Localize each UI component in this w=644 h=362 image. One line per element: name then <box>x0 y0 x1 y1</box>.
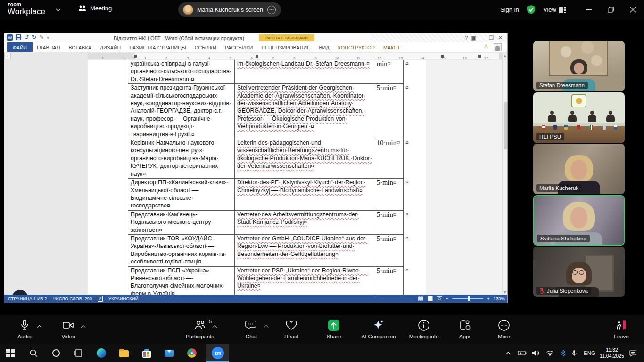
restore-window-icon[interactable] <box>608 7 614 13</box>
cell-ukrainian[interactable]: Заступник·​президента·​Грузинської·​акад… <box>128 84 235 139</box>
security-shield-icon[interactable] <box>526 5 536 15</box>
indent-marker[interactable] <box>134 55 137 58</box>
zoom-slider[interactable] <box>452 298 483 299</box>
apps-button[interactable]: Apps <box>445 318 486 339</box>
cell-duration[interactable]: 5·​min¤ <box>374 235 404 267</box>
web-layout-icon[interactable] <box>437 296 442 301</box>
cell-ukrainian[interactable]: Директор·​ПП·​«Калинівський·​ключ»·​Хмел… <box>128 179 235 211</box>
cell-duration[interactable]: 5·​min¤ <box>374 211 404 235</box>
cell-ukrainian[interactable]: Представник·​Кам’янець-Подільського·​міс… <box>128 211 235 235</box>
audio-button[interactable]: Audio <box>4 318 45 339</box>
column-marker[interactable] <box>478 55 481 58</box>
participant-tile-julia[interactable]: Julia Slepenkova <box>533 247 625 297</box>
leave-button[interactable]: Leave <box>601 318 642 339</box>
cell-duration[interactable]: min¤ <box>374 60 404 84</box>
cell-duration[interactable]: 10·​min¤ <box>374 139 404 179</box>
participants-button[interactable]: 5 Participants <box>180 318 220 339</box>
action-center-icon[interactable] <box>629 344 637 362</box>
ribbon-tab[interactable]: РАССЫЛКИ <box>221 42 257 52</box>
cell-ukrainian[interactable]: Представник·​ПСП·​«Україна»·​Рівненської… <box>128 267 235 296</box>
participant-tile-mariia[interactable]: Mariia Kucheruk <box>533 144 625 194</box>
minimize-window-icon[interactable] <box>586 9 592 10</box>
zoom-percent[interactable]: 130% <box>494 296 505 301</box>
ribbon-tab[interactable]: ВСТАВКА <box>65 42 96 52</box>
cell-german[interactable]: im·​ökologischen·​Landbau·​Dr.·​Stefan·​… <box>235 60 374 84</box>
chevron-down-icon[interactable] <box>56 8 61 12</box>
scroll-down-arrow[interactable] <box>504 291 506 294</box>
column-marker[interactable] <box>441 55 444 58</box>
file-explorer-icon[interactable] <box>118 347 130 359</box>
document-canvas[interactable]: українська·​співпраці·​в·​галузі·​органі… <box>4 60 508 296</box>
cell-german[interactable]: Leiterin·​des·​pädagogischen·​und·​wisse… <box>235 139 374 179</box>
word-restore-icon[interactable]: ❐ <box>489 35 494 41</box>
video-button[interactable]: Video <box>48 318 89 339</box>
cell-duration[interactable]: 5·​min¤ <box>374 84 404 139</box>
column-marker[interactable] <box>256 55 258 58</box>
activation-warning-icon[interactable]: ⚠ <box>484 43 488 49</box>
scrollbar-thumb[interactable] <box>504 102 507 149</box>
wifi-icon[interactable] <box>546 344 554 362</box>
ribbon-tab[interactable]: ССЫЛКИ <box>190 42 221 52</box>
ai-companion-button[interactable]: AI Companion <box>358 318 399 339</box>
clock[interactable]: 11:3211.04.2025 <box>600 344 624 362</box>
edge-icon[interactable] <box>96 347 107 359</box>
table-row[interactable]: Заступник·​президента·​Грузинської·​акад… <box>128 84 420 139</box>
table-row[interactable]: Представник·​ТОВ·​«КОУДАЙС·​Україна»·​Ль… <box>128 235 420 267</box>
cell-duration[interactable]: 5·​min¤ <box>374 267 404 296</box>
proofing-status-icon[interactable]: ✗ <box>98 296 103 302</box>
participant-tile-stefan[interactable]: Stefan Dreesmann <box>533 41 625 91</box>
scroll-up-arrow[interactable] <box>504 55 506 57</box>
cortana-icon[interactable] <box>50 347 62 359</box>
table-row[interactable]: українська·​співпраці·​в·​галузі·​органі… <box>128 60 420 84</box>
word-help-icon[interactable]: ? <box>465 35 468 41</box>
cell-ukrainian[interactable]: Керівник·​Навчально-наукового·​консульта… <box>128 139 235 179</box>
table-row[interactable]: Директор·​ПП·​«Калинівський·​ключ»·​Хмел… <box>128 179 420 211</box>
search-icon[interactable] <box>28 347 39 359</box>
video-options-caret[interactable] <box>81 325 86 330</box>
print-layout-icon[interactable] <box>428 296 433 301</box>
table-row[interactable]: Представник·​ПСП·​«Україна»·​Рівненської… <box>128 267 420 296</box>
tab-selector-box[interactable]: ⌐ <box>4 53 11 59</box>
ribbon-tab[interactable]: РЕЦЕНЗИРОВАНИЕ <box>257 42 315 52</box>
table-row[interactable]: Представник·​Кам’янець-Подільського·​міс… <box>128 211 420 235</box>
task-view-icon[interactable] <box>73 347 84 359</box>
more-button[interactable]: More <box>484 318 524 339</box>
page-indicator[interactable]: СТРАНИЦА 1 ИЗ 2 <box>8 296 47 301</box>
undo-icon[interactable]: ↺ <box>24 34 29 41</box>
ribbon-tab[interactable]: ДИЗАЙН <box>96 42 125 52</box>
view-layout-icon[interactable] <box>559 7 566 13</box>
close-window-icon[interactable] <box>630 7 636 13</box>
zoom-app-taskbar-active[interactable]: zm <box>206 344 229 362</box>
start-button[interactable] <box>5 347 16 359</box>
react-button[interactable]: React <box>271 318 312 339</box>
ribbon-tab[interactable]: РАЗМЕТКА СТРАНИЦЫ <box>125 42 190 52</box>
contextual-ribbon-tab[interactable]: МАКЕТ <box>379 42 405 52</box>
chat-button[interactable]: Chat <box>231 318 272 339</box>
ribbon-tab[interactable]: ВИД <box>314 42 333 52</box>
volume-icon[interactable] <box>532 344 540 362</box>
save-icon[interactable] <box>16 34 21 40</box>
qat-caret-icon[interactable]: ▾ <box>47 35 49 40</box>
zoom-slider-thumb[interactable] <box>468 296 470 301</box>
cell-german[interactable]: Vertreter·​des·​Arbeitsvermittlungszentr… <box>235 211 374 235</box>
redo-icon[interactable]: ↻ <box>32 34 36 41</box>
horizontal-ruler[interactable]: 21123456789101112131415161718 <box>88 53 505 59</box>
meeting-info-button[interactable]: Meeting info <box>404 318 444 339</box>
ribbon-tab[interactable]: ГЛАВНАЯ <box>33 42 65 52</box>
touch-mode-icon[interactable]: ✎ <box>39 34 44 41</box>
shared-screen-pill[interactable]: Mariia Kucheruk's screen <box>178 2 281 17</box>
cell-german[interactable]: Stellvertretender·​Präsident·​der·​Georg… <box>235 84 374 139</box>
word-minimize-icon[interactable]: ─ <box>481 35 485 41</box>
tray-expand-chevron[interactable] <box>505 344 511 362</box>
participants-options-caret[interactable] <box>213 325 217 330</box>
cell-duration[interactable]: 5·​min¤ <box>374 179 404 211</box>
keyboard-language[interactable]: ENG <box>584 344 595 362</box>
tab-meeting[interactable]: Meeting <box>78 5 112 12</box>
chrome-icon[interactable] <box>186 347 198 359</box>
tray-mic-icon[interactable] <box>571 344 577 362</box>
sign-in-button[interactable]: Sign in <box>500 6 519 13</box>
read-mode-icon[interactable] <box>418 296 424 301</box>
participant-tile-svitlana-active-speaker[interactable]: Svitlana Shchokina <box>533 195 625 246</box>
cell-german[interactable]: Vertreter·​der·​GmbH·​„COUDICE·​Ukraine“… <box>235 235 374 267</box>
ribbon-tab[interactable]: ФАЙЛ <box>7 42 33 52</box>
